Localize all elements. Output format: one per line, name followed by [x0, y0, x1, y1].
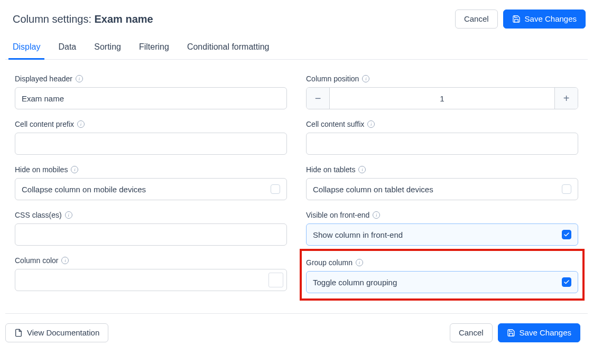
- label-text: CSS class(es): [15, 211, 62, 219]
- field-cell-content-suffix: Cell content suffix i: [306, 120, 578, 155]
- hide-on-tablets-toggle[interactable]: Collapse column on tablet devices: [306, 178, 578, 200]
- field-visible-on-frontend: Visible on front-end i Show column in fr…: [306, 211, 578, 246]
- footer-actions: Cancel Save Changes: [450, 323, 582, 342]
- column-position-stepper: − +: [306, 87, 578, 109]
- label-hide-on-mobiles: Hide on mobiles i: [15, 165, 287, 174]
- info-icon[interactable]: i: [358, 166, 366, 173]
- header-actions: Cancel Save Changes: [455, 10, 588, 29]
- checkbox: [562, 277, 571, 287]
- label-text: Column position: [306, 74, 359, 83]
- title-prefix: Column settings:: [13, 13, 95, 25]
- info-icon[interactable]: i: [65, 211, 72, 219]
- highlight-box: Group column i Toggle column grouping: [300, 249, 585, 301]
- field-cell-content-prefix: Cell content prefix i: [15, 120, 287, 155]
- label-cell-content-prefix: Cell content prefix i: [15, 120, 287, 128]
- label-displayed-header: Displayed header i: [15, 74, 287, 83]
- info-icon[interactable]: i: [367, 120, 375, 128]
- info-icon[interactable]: i: [77, 120, 85, 128]
- form-grid: Displayed header i Column position i − +…: [5, 60, 588, 313]
- visible-on-frontend-toggle[interactable]: Show column in front-end: [306, 223, 578, 246]
- label-hide-on-tablets: Hide on tablets i: [306, 165, 578, 174]
- label-visible-on-frontend: Visible on front-end i: [306, 211, 578, 219]
- cancel-button-footer[interactable]: Cancel: [450, 323, 493, 342]
- field-hide-on-mobiles: Hide on mobiles i Collapse column on mob…: [15, 165, 287, 200]
- label-text: Group column: [306, 258, 353, 267]
- label-text: Column color: [15, 256, 58, 265]
- field-group-column: Group column i Toggle column grouping: [306, 256, 578, 301]
- checkbox: [271, 184, 280, 194]
- tab-filtering[interactable]: Filtering: [139, 37, 169, 59]
- tab-sorting[interactable]: Sorting: [94, 37, 121, 59]
- column-position-input[interactable]: [330, 88, 554, 109]
- label-column-color: Column color i: [15, 256, 287, 265]
- footer-row: View Documentation Cancel Save Changes: [5, 313, 588, 347]
- tab-conditional-formatting[interactable]: Conditional formatting: [187, 37, 270, 59]
- save-label: Save Changes: [525, 14, 577, 24]
- cell-content-suffix-input[interactable]: [306, 133, 578, 155]
- color-swatch[interactable]: [268, 273, 283, 287]
- save-button[interactable]: Save Changes: [503, 10, 586, 29]
- save-icon: [512, 15, 521, 23]
- save-label: Save Changes: [520, 328, 571, 338]
- label-css-classes: CSS class(es) i: [15, 211, 287, 219]
- cancel-button[interactable]: Cancel: [455, 10, 498, 29]
- document-icon: [14, 329, 23, 337]
- checkbox: [562, 184, 571, 194]
- info-icon[interactable]: i: [373, 211, 380, 219]
- toggle-text: Show column in front-end: [313, 230, 403, 239]
- toggle-text: Toggle column grouping: [313, 278, 397, 287]
- label-column-position: Column position i: [306, 74, 578, 83]
- page-title: Column settings: Exam name: [13, 13, 153, 25]
- stepper-increment[interactable]: +: [554, 88, 578, 109]
- field-displayed-header: Displayed header i: [15, 74, 287, 109]
- info-icon[interactable]: i: [76, 75, 83, 82]
- info-icon[interactable]: i: [356, 259, 363, 266]
- check-icon: [563, 279, 570, 285]
- checkbox: [562, 230, 571, 239]
- save-button-footer[interactable]: Save Changes: [498, 323, 580, 342]
- hide-on-mobiles-toggle[interactable]: Collapse column on mobile devices: [15, 178, 287, 200]
- toggle-text: Collapse column on tablet devices: [313, 185, 433, 194]
- field-css-classes: CSS class(es) i: [15, 211, 287, 246]
- label-text: Cell content suffix: [306, 120, 364, 128]
- view-documentation-button[interactable]: View Documentation: [5, 323, 108, 342]
- label-text: Cell content prefix: [15, 120, 74, 128]
- info-icon[interactable]: i: [71, 166, 78, 173]
- stepper-decrement[interactable]: −: [307, 88, 330, 109]
- info-icon[interactable]: i: [61, 257, 69, 264]
- displayed-header-input[interactable]: [15, 87, 287, 109]
- group-column-toggle[interactable]: Toggle column grouping: [306, 271, 578, 293]
- doc-label: View Documentation: [27, 328, 99, 338]
- label-text: Hide on mobiles: [15, 165, 68, 174]
- css-classes-input[interactable]: [15, 223, 287, 246]
- toggle-text: Collapse column on mobile devices: [22, 185, 146, 194]
- label-text: Displayed header: [15, 74, 72, 83]
- label-text: Visible on front-end: [306, 211, 369, 219]
- column-color-input[interactable]: [15, 269, 287, 291]
- field-hide-on-tablets: Hide on tablets i Collapse column on tab…: [306, 165, 578, 200]
- info-icon[interactable]: i: [362, 75, 369, 82]
- label-group-column: Group column i: [306, 258, 578, 267]
- field-column-color: Column color i: [15, 256, 287, 301]
- title-value: Exam name: [95, 13, 153, 25]
- header-row: Column settings: Exam name Cancel Save C…: [5, 5, 588, 37]
- cell-content-prefix-input[interactable]: [15, 133, 287, 155]
- check-icon: [563, 231, 570, 238]
- tabs: Display Data Sorting Filtering Condition…: [5, 37, 588, 60]
- label-text: Hide on tablets: [306, 165, 355, 174]
- tab-display[interactable]: Display: [13, 37, 40, 59]
- save-icon: [507, 329, 515, 337]
- field-column-position: Column position i − +: [306, 74, 578, 109]
- tab-data[interactable]: Data: [58, 37, 76, 59]
- label-cell-content-suffix: Cell content suffix i: [306, 120, 578, 128]
